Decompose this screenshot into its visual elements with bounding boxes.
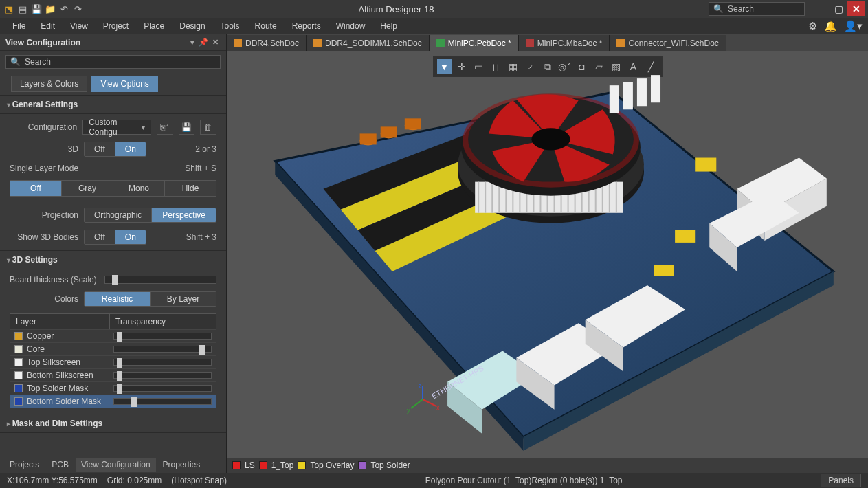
ls-label[interactable]: LS — [245, 461, 255, 470]
single-layer-mode: Off Gray Mono Hide — [10, 180, 216, 197]
section-mask[interactable]: Mask and Dim Settings — [0, 414, 226, 433]
svg-line-60 — [423, 399, 436, 406]
layer-status-bar: LS 1_Top Top Overlay Top Solder — [227, 458, 868, 473]
show-bodies-label: Show 3D Bodies — [10, 232, 78, 242]
menu-route[interactable]: Route — [248, 19, 284, 34]
bell-icon[interactable]: 🔔 — [824, 20, 837, 32]
layer-name: Copper — [27, 331, 109, 341]
solder-label[interactable]: Top Solder — [370, 461, 410, 470]
menu-edit[interactable]: Edit — [34, 19, 62, 34]
tab-view-options[interactable]: View Options — [91, 76, 157, 92]
doc-tab-label: Connector_WiFi.SchDoc — [628, 38, 718, 48]
overlay-label[interactable]: Top Overlay — [310, 461, 354, 470]
slm-hide[interactable]: Hide — [165, 181, 216, 196]
bodies-on[interactable]: On — [115, 230, 146, 244]
section-3d[interactable]: 3D Settings — [0, 250, 226, 269]
close-button[interactable]: ✕ — [847, 1, 865, 16]
d3-on[interactable]: On — [115, 142, 146, 156]
transparency-slider[interactable] — [113, 333, 212, 340]
layer1-swatch[interactable] — [259, 461, 267, 469]
svg-rect-54 — [637, 78, 647, 106]
doc-tab[interactable]: Connector_WiFi.SchDoc — [610, 35, 726, 51]
transparency-slider[interactable] — [113, 346, 212, 353]
svg-rect-58 — [654, 265, 674, 276]
panels-button[interactable]: Panels — [821, 474, 861, 487]
layer-row[interactable]: Top Silkscreen — [10, 355, 216, 368]
config-save-button[interactable]: 💾 — [179, 120, 195, 135]
sidebar: View Configuration ▾ 📌 ✕ 🔍 Search Layers… — [0, 34, 227, 473]
menu-place[interactable]: Place — [137, 19, 171, 34]
maximize-button[interactable]: ▢ — [830, 1, 847, 16]
proj-persp[interactable]: Perspective — [152, 208, 216, 222]
doc-tab[interactable]: DDR4_SODIMM1.SchDoc — [307, 35, 430, 51]
new-icon[interactable]: ▤ — [16, 3, 29, 15]
doc-tab-label: DDR4.SchDoc — [245, 38, 299, 48]
colors-bylayer[interactable]: By Layer — [151, 292, 216, 306]
menu-view[interactable]: View — [63, 19, 95, 34]
bodies-off[interactable]: Off — [85, 230, 115, 244]
btab-properties[interactable]: Properties — [157, 458, 206, 472]
section-general[interactable]: General Settings — [0, 95, 226, 114]
slm-off[interactable]: Off — [10, 181, 62, 196]
config-delete-button[interactable]: 🗑 — [200, 120, 216, 135]
pin-icon[interactable]: 📌 — [197, 38, 210, 47]
th-layer: Layer — [10, 314, 110, 329]
solder-swatch[interactable] — [358, 461, 366, 469]
status-center: Polygon Pour Cutout (1_Top)Region (0 hol… — [236, 476, 811, 485]
config-add-button[interactable]: ⎘⁺ — [157, 120, 173, 135]
tab-layers-colors[interactable]: Layers & Colors — [11, 76, 87, 92]
redo-icon[interactable]: ↷ — [71, 3, 84, 15]
layer1-label[interactable]: 1_Top — [271, 461, 294, 470]
transparency-slider[interactable] — [113, 385, 212, 392]
panel-search[interactable]: 🔍 Search — [5, 55, 221, 69]
menu-help[interactable]: Help — [373, 19, 404, 34]
user-icon[interactable]: 👤▾ — [844, 20, 863, 32]
layer-row[interactable]: Copper — [10, 329, 216, 342]
config-dropdown[interactable]: Custom Configu — [82, 120, 151, 135]
menu-reports[interactable]: Reports — [285, 19, 328, 34]
menu-window[interactable]: Window — [329, 19, 372, 34]
menu-design[interactable]: Design — [173, 19, 212, 34]
d3-hint: 2 or 3 — [195, 144, 216, 154]
doc-tab[interactable]: MiniPC.PcbDoc * — [430, 35, 519, 51]
d3-off[interactable]: Off — [85, 142, 115, 156]
overlay-swatch[interactable] — [298, 461, 306, 469]
gear-icon[interactable]: ⚙ — [808, 20, 817, 32]
menu-file[interactable]: File — [5, 19, 32, 34]
undo-icon[interactable]: ↶ — [58, 3, 70, 15]
window-controls: — ▢ ✕ — [812, 1, 865, 16]
btab-projects[interactable]: Projects — [4, 458, 45, 472]
btab-view-config[interactable]: View Configuration — [76, 458, 156, 472]
save-icon[interactable]: 💾 — [30, 3, 43, 15]
open-folder-icon[interactable]: 📁 — [44, 3, 56, 15]
dropdown-icon[interactable]: ▾ — [188, 38, 197, 47]
doc-tab[interactable]: DDR4.SchDoc — [227, 35, 307, 51]
panel-close-icon[interactable]: ✕ — [210, 38, 221, 47]
menu-project[interactable]: Project — [96, 19, 135, 34]
colors-realistic[interactable]: Realistic — [85, 292, 151, 306]
doc-icon — [234, 39, 242, 47]
layer-row[interactable]: Top Solder Mask — [10, 381, 216, 395]
svg-rect-57 — [675, 230, 695, 243]
layer-row[interactable]: Bottom Silkscreen — [10, 368, 216, 381]
transparency-slider[interactable] — [113, 359, 212, 366]
slm-gray[interactable]: Gray — [62, 181, 113, 196]
doc-tab[interactable]: MiniPC.MbaDoc * — [519, 35, 610, 51]
svg-rect-38 — [381, 126, 397, 137]
ls-swatch[interactable] — [232, 461, 241, 469]
thickness-label: Board thickness (Scale) — [10, 275, 99, 285]
layer-row[interactable]: Bottom Solder Mask — [10, 395, 216, 408]
proj-ortho[interactable]: Orthographic — [85, 208, 152, 222]
transparency-slider[interactable] — [113, 398, 212, 405]
layer-row[interactable]: Core — [10, 342, 216, 355]
global-search[interactable]: 🔍 Search — [709, 2, 805, 16]
slm-mono[interactable]: Mono — [113, 181, 165, 196]
transparency-slider[interactable] — [113, 372, 212, 379]
minimize-button[interactable]: — — [812, 1, 830, 16]
thickness-slider[interactable] — [104, 276, 216, 284]
menu-tools[interactable]: Tools — [214, 19, 247, 34]
pcb-3d-canvas[interactable]: ▼ ✛ ▭ ⫼ ▦ ⟋ ⧉ ◎˅ ◘ ▱ ▨ A ╱ — [227, 51, 868, 458]
layer-swatch — [14, 397, 23, 406]
btab-pcb[interactable]: PCB — [46, 458, 74, 472]
projection-label: Projection — [10, 210, 78, 220]
